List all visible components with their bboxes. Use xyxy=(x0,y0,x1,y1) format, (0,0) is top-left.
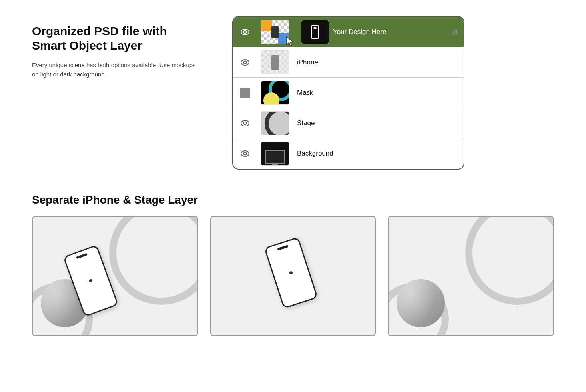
svg-point-1 xyxy=(244,30,247,33)
stage-arc-shape xyxy=(265,111,289,135)
layer-row-stage[interactable]: Stage xyxy=(233,108,464,138)
layer-thumb-background xyxy=(261,142,289,166)
svg-point-5 xyxy=(241,120,249,126)
eye-icon-stage xyxy=(241,120,249,126)
bg-monitor-shape xyxy=(265,150,285,164)
layer-thumb-mask xyxy=(261,81,289,105)
stage-only-sphere xyxy=(397,279,445,327)
preview-box-full xyxy=(32,216,198,336)
svg-point-8 xyxy=(244,152,247,155)
preview-iphone-dot-full xyxy=(89,279,93,283)
bottom-section: Separate iPhone & Stage Layer xyxy=(32,194,554,336)
preview-box-stage xyxy=(388,216,554,336)
preview-iphone-dot-only xyxy=(289,271,293,275)
eye-icon-iphone xyxy=(241,59,249,66)
smart-badge-orange xyxy=(261,20,272,31)
layer-row-mask[interactable]: Mask xyxy=(233,78,464,108)
stage-only-ring-large xyxy=(465,216,554,305)
preview-iphone-only xyxy=(264,237,318,309)
svg-point-3 xyxy=(241,60,249,65)
layer-thumb-design-preview xyxy=(301,20,329,44)
top-section: Organized PSD file with Smart Object Lay… xyxy=(32,16,554,170)
layer-name-mask: Mask xyxy=(297,89,464,97)
stage-ring-large xyxy=(109,216,198,305)
section-heading-bottom: Separate iPhone & Stage Layer xyxy=(32,194,554,206)
preview-iphone-notch-only xyxy=(277,245,288,250)
design-phone-shape xyxy=(311,25,319,39)
preview-content-iphone xyxy=(211,217,375,335)
iphone-small-shape xyxy=(271,55,279,70)
smart-phone-shape xyxy=(271,26,279,38)
layer-link-icon: ⊞ xyxy=(451,28,457,36)
preview-content-full xyxy=(33,217,197,335)
layer-visibility-stage[interactable] xyxy=(233,120,257,126)
layer-visibility-mask[interactable] xyxy=(233,88,257,98)
main-heading: Organized PSD file with Smart Object Lay… xyxy=(32,24,200,53)
layer-name-iphone: iPhone xyxy=(297,58,464,66)
layer-row-iphone[interactable]: iPhone xyxy=(233,47,464,78)
svg-point-6 xyxy=(244,122,247,124)
layer-name-background: Background xyxy=(297,150,464,158)
svg-point-0 xyxy=(241,29,249,35)
layer-visibility-iphone[interactable] xyxy=(233,59,257,66)
svg-point-7 xyxy=(241,151,249,156)
layer-thumb-stage xyxy=(261,111,289,135)
svg-point-4 xyxy=(244,61,247,64)
stage-only-globe-texture xyxy=(397,279,445,327)
previews-row xyxy=(32,216,554,336)
sub-text: Every unique scene has both options avai… xyxy=(32,61,200,79)
preview-iphone-notch-full xyxy=(76,253,87,259)
preview-content-stage xyxy=(389,217,553,335)
layers-panel: Your Design Here ⊞ iPhone xyxy=(232,16,464,170)
layer-row-background[interactable]: Background xyxy=(233,138,464,169)
layer-name-your-design: Your Design Here xyxy=(333,28,451,36)
eye-icon xyxy=(241,29,249,35)
layer-visibility-background[interactable] xyxy=(233,150,257,157)
design-phone-notch xyxy=(313,27,317,29)
layer-name-stage: Stage xyxy=(297,119,464,127)
cursor-icon xyxy=(285,36,297,48)
svg-marker-2 xyxy=(287,37,293,46)
thumb-wrapper-your-design xyxy=(257,20,293,44)
visibility-square-mask xyxy=(240,88,250,98)
preview-box-iphone xyxy=(210,216,376,336)
layer-row-your-design[interactable]: Your Design Here ⊞ xyxy=(233,17,464,47)
layer-visibility-your-design[interactable] xyxy=(233,29,257,35)
layer-thumb-iphone xyxy=(261,50,289,74)
eye-icon-background xyxy=(241,150,249,157)
text-block: Organized PSD file with Smart Object Lay… xyxy=(32,16,200,79)
